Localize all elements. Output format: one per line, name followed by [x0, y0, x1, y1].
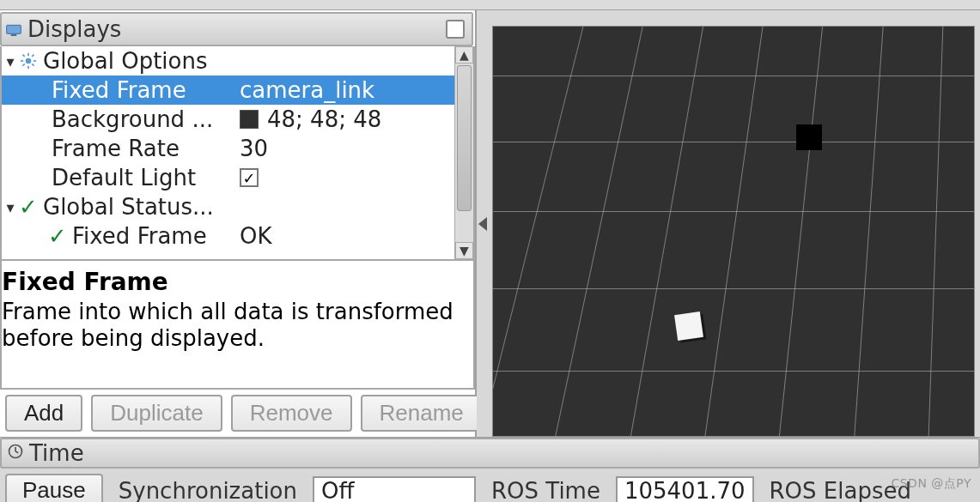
- check-icon: ✓: [48, 223, 67, 249]
- scene-object-dark: [796, 124, 822, 150]
- tree-label: Global Status...: [43, 194, 214, 220]
- displays-title: Displays: [27, 16, 121, 42]
- svg-rect-3: [27, 53, 29, 56]
- time-title: Time: [29, 440, 84, 466]
- tree-row-background[interactable]: Background ... 48; 48; 48: [2, 105, 454, 134]
- tree-key: Fixed Frame: [52, 77, 186, 103]
- ros-elapsed-label: ROS Elapsed: [770, 478, 911, 503]
- monitor-icon: [5, 21, 22, 38]
- pause-button[interactable]: Pause: [5, 474, 103, 502]
- tree-row-global-status[interactable]: ▾ ✓ Global Status...: [2, 192, 454, 221]
- watermark: CSDN @点PY: [891, 476, 971, 492]
- displays-button-row: Add Duplicate Remove Rename: [0, 390, 475, 437]
- svg-point-2: [26, 58, 32, 64]
- ros-time-field[interactable]: 105401.70: [616, 476, 754, 503]
- svg-line-13: [15, 451, 18, 453]
- main-row: Displays ▾ Global Options: [0, 10, 980, 438]
- description-title: Fixed Frame: [2, 268, 468, 297]
- tree-value: 48; 48; 48: [267, 106, 381, 132]
- rename-button[interactable]: Rename: [361, 395, 483, 432]
- scroll-thumb[interactable]: [457, 65, 472, 211]
- duplicate-button[interactable]: Duplicate: [91, 395, 222, 432]
- svg-rect-7: [22, 54, 26, 57]
- svg-rect-8: [32, 64, 35, 67]
- tree-value: OK: [240, 223, 272, 249]
- scroll-down-icon[interactable]: ▼: [455, 242, 473, 259]
- checkbox-icon[interactable]: ✓: [240, 168, 259, 187]
- tree-scrollbar[interactable]: ▲ ▼: [454, 46, 473, 259]
- sync-label: Synchronization: [119, 478, 297, 503]
- remove-button[interactable]: Remove: [231, 395, 352, 432]
- svg-rect-0: [7, 25, 21, 33]
- svg-rect-9: [32, 54, 35, 57]
- tree-row-status-fixed-frame[interactable]: ✓ Fixed Frame OK: [2, 221, 454, 251]
- sync-select[interactable]: Off: [313, 476, 476, 503]
- expander-icon[interactable]: ▾: [2, 52, 19, 70]
- ros-time-label: ROS Time: [491, 478, 600, 503]
- splitter-handle[interactable]: [477, 10, 489, 437]
- property-tree: ▾ Global Options Fixed Frame: [0, 46, 475, 261]
- add-button[interactable]: Add: [5, 395, 82, 432]
- tree-key: Background ...: [52, 106, 213, 132]
- color-swatch[interactable]: [240, 110, 259, 129]
- tree-key: Fixed Frame: [72, 223, 207, 249]
- scroll-up-icon[interactable]: ▲: [455, 46, 473, 64]
- svg-rect-6: [33, 60, 36, 62]
- time-titlebar[interactable]: Time: [0, 438, 980, 469]
- svg-rect-5: [21, 60, 23, 62]
- time-controls-row: Pause Synchronization Off ROS Time 10540…: [0, 469, 980, 502]
- check-icon: ✓: [19, 194, 38, 220]
- scene-object-light: [674, 311, 703, 341]
- rollup-button[interactable]: [446, 20, 465, 39]
- tree-key: Frame Rate: [52, 136, 180, 161]
- tree-value[interactable]: camera_link: [240, 77, 374, 103]
- description-box: Fixed Frame Frame into which all data is…: [0, 261, 475, 390]
- tree-value[interactable]: 30: [240, 136, 268, 161]
- tree-row-frame-rate[interactable]: Frame Rate 30: [2, 134, 454, 163]
- 3d-view[interactable]: [492, 26, 975, 437]
- chevron-left-icon: [478, 217, 487, 231]
- gear-icon: [19, 51, 38, 70]
- displays-titlebar[interactable]: Displays: [0, 12, 473, 46]
- svg-rect-1: [11, 34, 17, 36]
- svg-rect-4: [27, 66, 29, 69]
- description-body: Frame into which all data is transformed…: [2, 299, 468, 352]
- tree-label: Global Options: [43, 48, 208, 74]
- tree-row-fixed-frame[interactable]: Fixed Frame camera_link: [2, 76, 454, 105]
- clock-icon: [7, 441, 24, 465]
- expander-icon[interactable]: ▾: [2, 198, 19, 216]
- tree-key: Default Light: [52, 165, 196, 191]
- top-toolbar-fragment: [0, 0, 980, 10]
- tree-row-global-options[interactable]: ▾ Global Options: [2, 46, 454, 76]
- svg-rect-10: [22, 64, 26, 67]
- displays-panel: Displays ▾ Global Options: [0, 10, 477, 437]
- tree-row-default-light[interactable]: Default Light ✓: [2, 163, 454, 192]
